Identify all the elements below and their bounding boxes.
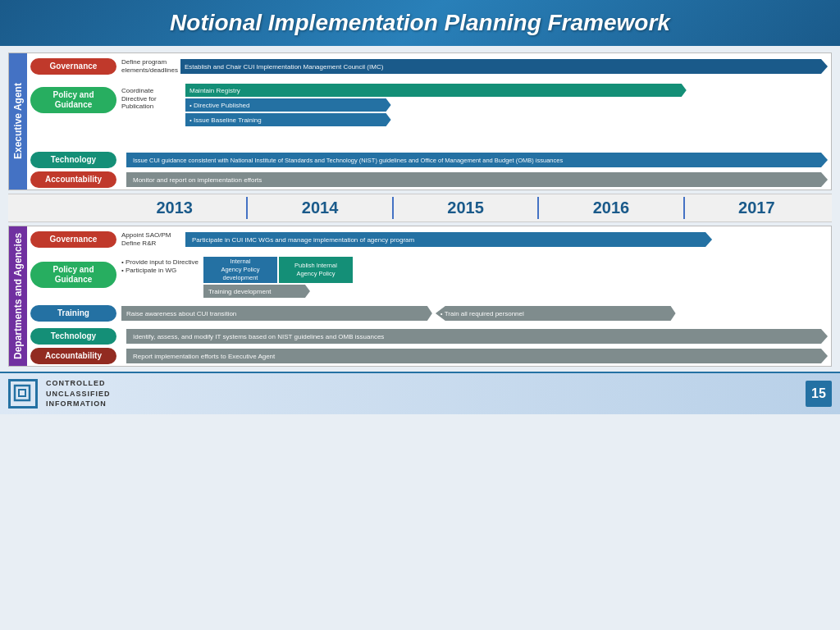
dept-training-bars: Raise awareness about CUI transition • T… <box>121 306 828 321</box>
dept-training-label: Training <box>30 305 116 322</box>
svg-rect-0 <box>15 386 30 400</box>
year-2013: 2013 <box>103 197 248 219</box>
exec-accountability-bar: Monitor and report on implementation eff… <box>126 172 828 187</box>
dept-technology-bar-wrap: Identify, assess, and modify IT systems … <box>126 329 828 344</box>
directive-published-bar: • Directive Published <box>185 98 391 112</box>
page-title: Notional Implementation Planning Framewo… <box>16 10 824 36</box>
year-2016: 2016 <box>539 197 684 219</box>
raise-awareness-bar: Raise awareness about CUI transition <box>121 306 432 321</box>
internal-agency-policy-bar: InternalAgency Policydevelopment <box>203 257 277 283</box>
departments-rows: Governance Appoint SAO/PMDefine R&R Part… <box>27 226 831 366</box>
exec-governance-inline: Define programelements/deadlines <box>121 58 180 74</box>
dept-governance-row: Governance Appoint SAO/PMDefine R&R Part… <box>27 226 831 253</box>
page-header: Notional Implementation Planning Framewo… <box>0 0 840 46</box>
dept-policy-bars: InternalAgency Policydevelopment Publish… <box>203 255 828 298</box>
exec-accountability-label: Accountability <box>30 171 116 188</box>
train-personnel-bar: • Train all required personnel <box>436 306 676 321</box>
exec-technology-bar-wrap: Issue CUI guidance consistent with Natio… <box>126 153 828 167</box>
dept-governance-bar: Participate in CUI IMC WGs and manage im… <box>185 232 712 247</box>
training-development-bar: Training development <box>203 285 310 298</box>
dept-policy-bar-row1: InternalAgency Policydevelopment Publish… <box>203 257 828 283</box>
exec-policy-row: Policy andGuidance CoordinateDirective f… <box>27 80 831 129</box>
exec-governance-row: Governance Define programelements/deadli… <box>27 53 831 80</box>
dept-accountability-row: Accountability Report implementation eff… <box>27 346 831 366</box>
footer-page-number: 15 <box>806 381 832 407</box>
issue-baseline-training-bar: • Issue Baseline Training <box>185 113 391 126</box>
footer: CONTROLLED UNCLASSIFIED INFORMATION 15 <box>0 372 840 414</box>
departments-section: Departments and Agencies Governance Appo… <box>8 226 832 367</box>
dept-governance-bar-wrap: Participate in CUI IMC WGs and manage im… <box>185 232 828 247</box>
publish-internal-policy-bar: Publish InternalAgency Policy <box>279 257 353 283</box>
footer-org-text: CONTROLLED UNCLASSIFIED INFORMATION <box>46 378 111 409</box>
executive-rows: Governance Define programelements/deadli… <box>27 53 831 189</box>
year-row: 2013 2014 2015 2016 2017 <box>8 194 832 222</box>
dept-policy-inline: • Provide input to Directive• Participat… <box>121 258 199 274</box>
dept-training-row: Training Raise awareness about CUI trans… <box>27 300 831 326</box>
exec-technology-row: Technology Issue CUI guidance consistent… <box>27 150 831 170</box>
exec-accountability-row: Accountability Monitor and report on imp… <box>27 170 831 189</box>
main-content: Executive Agent Governance Define progra… <box>0 46 840 370</box>
exec-technology-bar: Issue CUI guidance consistent with Natio… <box>126 153 828 167</box>
dept-governance-inline: Appoint SAO/PMDefine R&R <box>121 231 180 247</box>
dept-accountability-label: Accountability <box>30 348 116 364</box>
dept-technology-row: Technology Identify, assess, and modify … <box>27 326 831 346</box>
executive-section: Executive Agent Governance Define progra… <box>8 52 832 190</box>
maintain-registry-bar: Maintain Registry <box>185 84 687 97</box>
exec-policy-inline: CoordinateDirective forPublication <box>121 87 180 111</box>
footer-logo <box>8 379 38 409</box>
year-2015: 2015 <box>394 197 539 219</box>
exec-policy-label: Policy andGuidance <box>30 87 116 113</box>
dept-policy-label: Policy andGuidance <box>30 262 116 288</box>
dept-technology-bar: Identify, assess, and modify IT systems … <box>126 329 828 344</box>
year-labels: 2013 2014 2015 2016 2017 <box>103 197 829 219</box>
exec-governance-bar: Establish and Chair CUI Implementation M… <box>180 59 828 74</box>
exec-training-row: Training <box>27 129 831 150</box>
dept-governance-label: Governance <box>30 231 116 248</box>
year-2017: 2017 <box>685 197 829 219</box>
year-spacer <box>11 197 103 219</box>
year-2014: 2014 <box>248 197 393 219</box>
dept-policy-row: Policy andGuidance • Provide input to Di… <box>27 253 831 300</box>
exec-accountability-bar-wrap: Monitor and report on implementation eff… <box>126 172 828 187</box>
exec-policy-bars: Maintain Registry • Directive Published … <box>185 82 828 126</box>
cui-logo-icon <box>13 384 33 404</box>
exec-governance-label: Governance <box>30 58 116 75</box>
exec-technology-label: Technology <box>30 152 116 168</box>
exec-governance-bars: Establish and Chair CUI Implementation M… <box>180 59 828 74</box>
executive-side-label: Executive Agent <box>9 53 27 189</box>
svg-rect-1 <box>19 390 25 396</box>
dept-accountability-bar-wrap: Report implementation efforts to Executi… <box>126 349 828 363</box>
departments-side-label: Departments and Agencies <box>9 226 27 366</box>
dept-accountability-bar: Report implementation efforts to Executi… <box>126 349 828 363</box>
dept-technology-label: Technology <box>30 328 116 345</box>
